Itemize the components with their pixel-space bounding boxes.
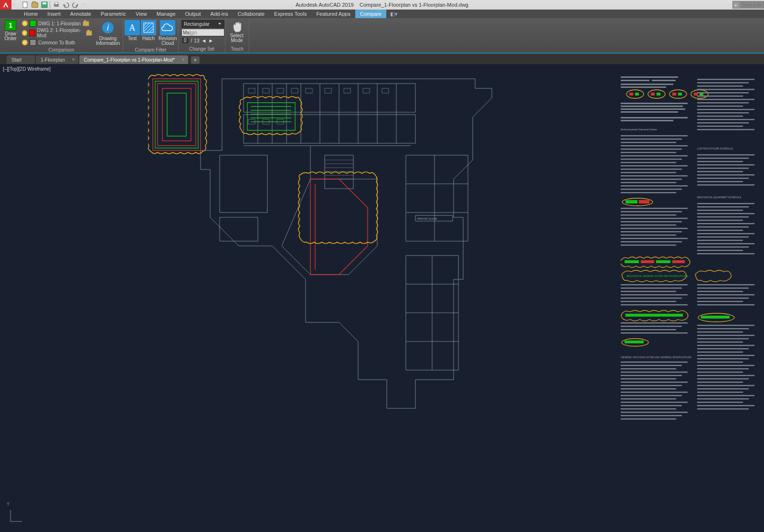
hand-icon <box>231 20 243 33</box>
svg-rect-140 <box>621 362 688 363</box>
svg-rect-134 <box>621 301 676 302</box>
ribbon-tabs: Home Insert Annotate Parametric View Man… <box>0 10 764 18</box>
tab-compare[interactable]: Compare <box>355 10 386 18</box>
folder-icon[interactable] <box>83 21 89 26</box>
tab-view[interactable]: View <box>131 10 152 18</box>
filter-revision-cloud-button[interactable]: Revision Cloud <box>158 19 178 47</box>
nav-total: 13 <box>194 38 199 43</box>
tab-featured-apps[interactable]: Featured Apps <box>311 10 355 18</box>
search-input[interactable] <box>740 1 764 9</box>
svg-rect-30 <box>382 88 389 93</box>
svg-rect-225 <box>697 385 754 386</box>
svg-rect-19 <box>248 88 255 93</box>
select-mode-button[interactable]: Select Mode <box>227 19 246 44</box>
draw-order-button[interactable]: 1 Draw Order <box>2 19 19 42</box>
svg-rect-109 <box>621 169 682 170</box>
svg-rect-155 <box>621 412 688 413</box>
svg-rect-194 <box>697 236 749 238</box>
qat-customize[interactable] <box>81 1 89 9</box>
svg-text:MECHANICAL EQUIPMENT SCHEDULE: MECHANICAL EQUIPMENT SCHEDULE <box>697 196 742 199</box>
change-set-shape-dropdown[interactable]: Rectangular <box>181 20 224 28</box>
close-icon[interactable]: ✕ <box>72 57 75 62</box>
close-icon[interactable]: ✕ <box>181 57 185 62</box>
folder-icon[interactable] <box>86 31 92 36</box>
tab-collaborate[interactable]: Collaborate <box>233 10 269 18</box>
svg-rect-106 <box>621 159 682 160</box>
swatch-green[interactable] <box>30 20 36 27</box>
drawing-info-label: Drawing Information <box>96 36 120 46</box>
svg-rect-195 <box>697 240 743 241</box>
select-mode-label: Select Mode <box>230 33 244 43</box>
application-menu-button[interactable] <box>0 0 11 10</box>
tab-manage[interactable]: Manage <box>152 10 180 18</box>
svg-rect-176 <box>697 161 743 162</box>
svg-rect-196 <box>697 243 754 245</box>
app-menu-dd[interactable] <box>12 0 19 9</box>
svg-rect-114 <box>621 185 688 187</box>
new-tab-button[interactable]: + <box>191 56 200 64</box>
tab-addins[interactable]: Add-ins <box>206 10 233 18</box>
svg-rect-2 <box>42 2 46 4</box>
svg-rect-189 <box>697 220 743 221</box>
svg-rect-142 <box>621 368 676 370</box>
svg-rect-38 <box>406 155 468 241</box>
tab-home[interactable]: Home <box>19 10 42 18</box>
bulb-icon[interactable] <box>22 30 27 36</box>
svg-rect-178 <box>697 168 749 169</box>
tab-output[interactable]: Output <box>180 10 206 18</box>
svg-rect-219 <box>697 365 754 366</box>
swatch-gray[interactable] <box>30 39 36 46</box>
svg-rect-60 <box>621 80 649 81</box>
bulb-icon[interactable] <box>22 40 28 45</box>
svg-rect-164 <box>697 99 754 100</box>
svg-rect-227 <box>697 392 743 393</box>
panel-title: Comparison <box>2 47 121 53</box>
print-icon[interactable] <box>52 1 61 9</box>
viewport-controls[interactable]: [–][Top][2D Wireframe] <box>3 66 51 72</box>
panel-change-set: Rectangular Ma|gin 0 / 13 ◄ ► Change Set <box>179 18 225 53</box>
legend-row-dwg1: DWG 1: 1-Floorplan <box>22 20 92 27</box>
svg-rect-125 <box>621 234 676 236</box>
file-tab-compare[interactable]: Compare_1-Floorplan vs 1-Floorplan-Mod*✕ <box>79 55 188 64</box>
margin-input[interactable]: Ma|gin <box>181 29 224 36</box>
drawing-information-button[interactable]: i Drawing Information <box>95 19 121 47</box>
filter-text-button[interactable]: A Text <box>125 19 139 42</box>
panel-comparison: 1 Draw Order DWG 1: 1-Floorplan DWG 2: 1… <box>0 18 123 53</box>
ucs-icon[interactable]: Y <box>9 508 24 523</box>
open-icon[interactable] <box>31 1 39 9</box>
svg-rect-151 <box>621 398 676 400</box>
file-tab-start[interactable]: Start <box>7 55 35 64</box>
panel-expand-icon[interactable]: ◧▾ <box>390 11 398 17</box>
tab-annotate[interactable]: Annotate <box>65 10 96 18</box>
nav-next-button[interactable]: ► <box>208 38 213 43</box>
filter-hatch-button[interactable]: Hatch <box>140 19 157 42</box>
svg-rect-117 <box>621 208 688 209</box>
comparison-legend: DWG 1: 1-Floorplan DWG 2: 1-Floorplan-Mo… <box>20 19 94 47</box>
swatch-red[interactable] <box>29 30 35 36</box>
svg-rect-130 <box>621 287 682 289</box>
redo-icon[interactable] <box>71 1 80 9</box>
titlebar: Autodesk AutoCAD 2019 Compare_1-Floorpla… <box>0 0 764 10</box>
svg-rect-171 <box>697 122 749 124</box>
file-tab-floorplan[interactable]: 1-Floorplan✕ <box>36 55 78 64</box>
bulb-icon[interactable] <box>22 21 28 26</box>
svg-rect-78 <box>621 108 685 110</box>
undo-icon[interactable] <box>62 1 70 9</box>
svg-rect-23 <box>306 88 312 93</box>
svg-rect-61 <box>652 80 676 81</box>
svg-rect-149 <box>621 392 688 393</box>
svg-text:GENERAL SHOCKING NOTES AND GEN: GENERAL SHOCKING NOTES AND GENERAL MODIF… <box>621 356 692 359</box>
new-icon[interactable] <box>21 1 30 9</box>
tab-express-tools[interactable]: Express Tools <box>269 10 311 18</box>
text-label: Text <box>128 36 137 41</box>
save-icon[interactable] <box>40 1 49 9</box>
svg-rect-214 <box>697 348 749 350</box>
svg-rect-111 <box>621 175 688 177</box>
model-viewport[interactable]: [–][Top][2D Wireframe] <box>0 64 764 532</box>
svg-rect-127 <box>621 241 682 243</box>
nav-prev-button[interactable]: ◄ <box>201 38 206 43</box>
tab-parametric[interactable]: Parametric <box>96 10 131 18</box>
svg-rect-211 <box>697 338 749 340</box>
tab-insert[interactable]: Insert <box>42 10 65 18</box>
margin-prefix: Ma <box>183 30 190 35</box>
